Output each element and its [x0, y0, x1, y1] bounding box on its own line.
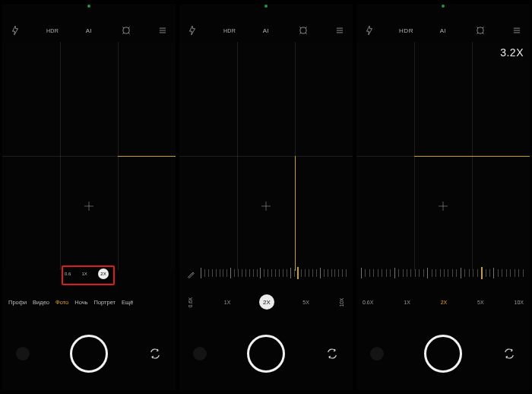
ruler-tick: [502, 269, 502, 277]
viewfinder[interactable]: 3.2X: [356, 42, 530, 270]
ruler-tick: [245, 269, 246, 277]
status-dot: [442, 5, 445, 8]
ruler-tick: [489, 269, 490, 277]
center-cross-icon: [84, 202, 93, 211]
hdr-toggle[interactable]: HDR: [223, 24, 236, 37]
ruler-tick: [328, 269, 328, 277]
ruler-tick: [510, 269, 511, 277]
mode-item-selected[interactable]: Фото: [55, 299, 68, 306]
flash-icon[interactable]: [363, 24, 376, 37]
hdr-toggle[interactable]: HDR: [46, 24, 59, 37]
ruler-tick: [331, 269, 332, 277]
ruler-tick: [473, 269, 473, 277]
ruler-tick: [464, 269, 465, 277]
wide-icon[interactable]: [473, 24, 487, 37]
mode-item[interactable]: Видео: [33, 299, 49, 306]
ai-toggle[interactable]: AI: [436, 24, 450, 37]
gallery-thumbnail[interactable]: [370, 347, 384, 361]
ai-toggle[interactable]: AI: [82, 24, 96, 37]
ai-toggle[interactable]: AI: [259, 24, 273, 37]
shutter-button[interactable]: [424, 335, 462, 373]
switch-camera-icon[interactable]: [148, 347, 162, 361]
menu-icon[interactable]: [156, 24, 169, 37]
mode-item[interactable]: Ночь: [74, 299, 87, 306]
shutter-button[interactable]: [70, 335, 108, 373]
shutter-button[interactable]: [247, 335, 285, 373]
viewfinder[interactable]: [2, 42, 176, 270]
comparison-frame: HDR AI 0.6 1X 2X Профи Видео Фото Ночь П…: [0, 0, 532, 394]
flash-icon[interactable]: [185, 24, 199, 37]
shutter-bar: [356, 331, 530, 377]
zoom-pill-row[interactable]: 0.6 1X 2X: [65, 267, 109, 281]
ruler-tick: [324, 269, 325, 277]
zoom-ruler[interactable]: [201, 265, 350, 283]
ruler-tick: [435, 269, 436, 277]
ruler-tick: [223, 269, 223, 277]
ruler-tick: [294, 269, 295, 277]
zoom-pill-row[interactable]: 0.6X 1X 2X 5X 10X: [359, 294, 527, 310]
ruler-tick: [378, 269, 378, 277]
effects-icon[interactable]: [187, 268, 195, 275]
zoom-pill-selected[interactable]: 2X: [259, 294, 274, 310]
ruler-tick: [290, 268, 291, 278]
ruler-tick: [238, 269, 239, 277]
ruler-tick: [452, 269, 453, 277]
ruler-tick: [506, 269, 507, 277]
camera-ui-variant-b: HDR AI 0.6X 1X 2X 5X 10X: [179, 4, 353, 390]
ruler-tick: [427, 268, 428, 278]
switch-camera-icon[interactable]: [325, 347, 339, 361]
mode-strip[interactable]: Профи Видео Фото Ночь Портрет Ещё: [5, 296, 173, 308]
ruler-tick: [444, 269, 445, 277]
svg-point-0: [122, 27, 128, 33]
wide-icon[interactable]: [119, 24, 133, 37]
zoom-pill[interactable]: 1X: [404, 300, 410, 305]
zoom-pill[interactable]: 1X: [224, 300, 231, 305]
zoom-pill[interactable]: 0.6X: [188, 297, 193, 307]
flash-icon[interactable]: [8, 24, 22, 37]
zoom-pill[interactable]: 0.6X: [363, 300, 373, 305]
ruler-tick: [423, 269, 424, 277]
mode-item[interactable]: Профи: [8, 299, 27, 306]
zoom-pill[interactable]: 0.6: [65, 272, 71, 276]
mode-item[interactable]: Портрет: [94, 299, 116, 306]
switch-camera-icon[interactable]: [502, 347, 516, 361]
zoom-pill[interactable]: 5X: [477, 300, 484, 305]
zoom-pill-selected[interactable]: 2X: [98, 268, 109, 279]
shutter-bar: [179, 331, 353, 377]
ruler-tick: [373, 269, 374, 277]
ruler-tick: [390, 269, 391, 277]
menu-icon[interactable]: [510, 24, 524, 37]
viewfinder[interactable]: [179, 42, 353, 270]
ruler-tick: [515, 269, 515, 277]
ruler-tick: [523, 269, 524, 277]
zoom-readout: 3.2X: [500, 46, 524, 59]
ruler-tick: [394, 268, 395, 278]
gallery-thumbnail[interactable]: [193, 347, 207, 361]
zoom-ruler[interactable]: [361, 265, 527, 283]
ruler-tick: [346, 269, 347, 277]
zoom-pill-selected[interactable]: 2X: [441, 300, 448, 305]
camera-ui-variant-c: HDR AI 3.2X 0.6X 1X 2X 5X 10X: [356, 4, 530, 390]
zoom-pill[interactable]: 10X: [515, 300, 524, 305]
zoom-pill[interactable]: 10X: [340, 297, 345, 307]
hdr-toggle[interactable]: HDR: [400, 24, 413, 37]
mode-item[interactable]: Ещё: [122, 299, 133, 306]
ruler-tick: [242, 269, 242, 277]
ruler-tick: [398, 269, 399, 277]
ruler-tick: [334, 269, 335, 277]
menu-icon[interactable]: [333, 24, 347, 37]
zoom-pill-row[interactable]: 0.6X 1X 2X 5X 10X: [182, 294, 350, 310]
ruler-tick: [312, 269, 313, 277]
zoom-pill[interactable]: 5X: [302, 300, 309, 305]
center-cross-icon: [439, 202, 448, 211]
svg-point-1: [299, 27, 306, 33]
ruler-tick: [456, 269, 457, 277]
top-toolbar: HDR AI: [182, 22, 350, 39]
wide-icon[interactable]: [296, 24, 310, 37]
svg-point-2: [477, 27, 483, 33]
ruler-tick: [249, 269, 250, 277]
zoom-pill[interactable]: 1X: [82, 272, 87, 276]
ruler-tick: [268, 269, 268, 277]
ruler-tick: [361, 268, 362, 278]
gallery-thumbnail[interactable]: [16, 347, 30, 361]
